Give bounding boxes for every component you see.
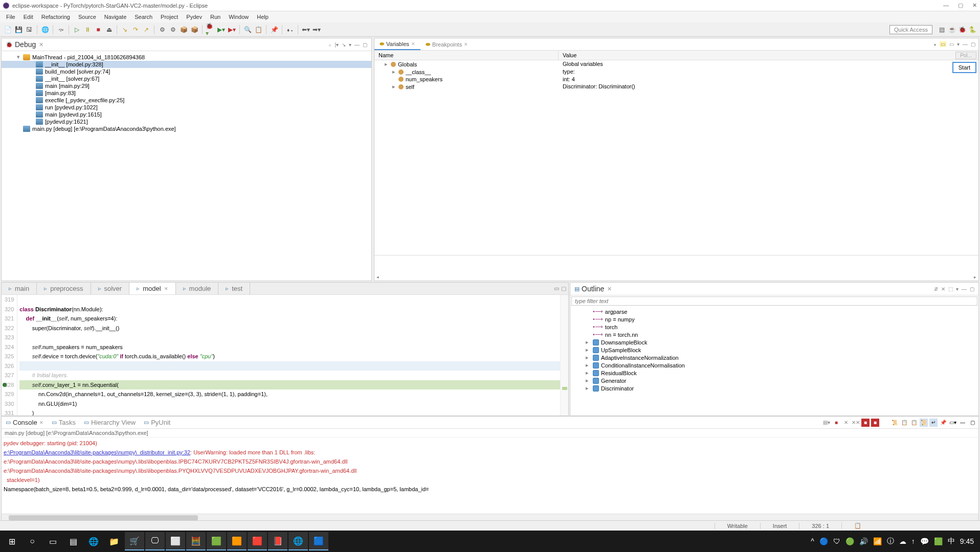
minimize-icon[interactable]: — [354, 42, 360, 48]
code-line[interactable]: class Discriminator(nn.Module): [19, 305, 560, 314]
menu-icon[interactable]: ▾ [957, 41, 960, 47]
tool-icon[interactable]: ✕ [941, 286, 945, 292]
overview-mark[interactable] [562, 387, 567, 390]
tool-icon[interactable]: 📋 [910, 419, 918, 427]
code-line[interactable]: def __init__(self, num_speakers=4): [19, 314, 560, 324]
tray-icon[interactable]: 中 [948, 537, 955, 546]
perspective-icon[interactable]: ▤ [937, 25, 946, 34]
tool-icon[interactable]: ↘ [342, 42, 346, 48]
console-tab-pyunit[interactable]: ▭PyUnit [140, 417, 174, 428]
taskbar-item[interactable]: 📁 [104, 532, 124, 550]
tool-icon[interactable]: ⬚ [948, 286, 953, 292]
maximize-icon[interactable]: ▢ [363, 42, 367, 48]
taskbar-item[interactable]: ⬜ [166, 532, 185, 550]
console-tab-hierarchy-view[interactable]: ▭Hierarchy View [80, 417, 140, 428]
globe-icon[interactable]: 🌐 [40, 25, 50, 34]
tray-icon[interactable]: ^ [811, 537, 814, 545]
debug-tree-item[interactable]: build_model [solver.py:74] [2, 68, 371, 75]
menu-source[interactable]: Source [74, 13, 100, 21]
taskbar-item[interactable]: 🌐 [84, 532, 103, 550]
start-button[interactable]: Start [952, 62, 976, 73]
resume-icon[interactable]: ▷ [72, 25, 81, 34]
debug-tree-item[interactable]: main [main.py:29] [2, 82, 371, 89]
tool-icon[interactable]: |▾ [335, 42, 339, 48]
maximize-button[interactable]: ▢ [958, 2, 963, 9]
tray-icon[interactable]: 🛡 [833, 537, 840, 545]
tool-icon[interactable]: ▤▾ [822, 419, 831, 427]
tray-icon[interactable]: ⓘ [887, 537, 894, 546]
menu-icon[interactable]: ▾ [349, 42, 351, 48]
menu-navigate[interactable]: Navigate [100, 13, 130, 21]
pin-icon[interactable]: 📌 [939, 419, 947, 427]
tab-breakpoints[interactable]: ⬬Breakpoints✕ [420, 38, 473, 50]
disconnect-icon[interactable]: ⏏ [104, 25, 114, 34]
tool-icon[interactable]: ⬧ [933, 41, 937, 47]
forward-icon[interactable]: ➡▾ [312, 25, 321, 34]
tab-variables[interactable]: ⬬Variables✕ [374, 38, 420, 50]
outline-item[interactable]: ▸AdaptiveInstanceNormalization [570, 354, 978, 361]
console-scrollbar[interactable] [2, 514, 978, 521]
scroll-lock-icon[interactable]: 📜 [920, 419, 928, 427]
tray-icon[interactable]: 📶 [873, 537, 882, 545]
tool-icon[interactable]: ⇵ [934, 286, 938, 292]
close-icon[interactable]: ✕ [607, 286, 612, 292]
menu-refactoring[interactable]: Refactoring [37, 13, 74, 21]
suspend-icon[interactable]: ⏸ [83, 25, 92, 34]
perspective-java-icon[interactable]: ☕ [947, 25, 956, 34]
debug-tree-item[interactable]: main [pydevd.py:1615] [2, 111, 371, 118]
remove-icon[interactable]: ✕ [842, 419, 850, 427]
taskbar-item[interactable]: 📕 [268, 532, 287, 550]
tray-icon[interactable]: ☁ [899, 537, 906, 545]
menu-pydev[interactable]: Pydev [182, 13, 206, 21]
variable-row[interactable]: ▸__class__type: [374, 68, 978, 76]
quick-access[interactable]: Quick Access [889, 25, 932, 34]
taskbar-item[interactable]: 🟧 [227, 532, 247, 550]
outline-item[interactable]: ▸UpSampleBlock [570, 346, 978, 354]
terminate-icon[interactable]: ■ [94, 25, 103, 34]
tool-icon[interactable]: 📋 [254, 25, 263, 34]
tool-icon[interactable]: 📦 [190, 25, 199, 34]
tool-icon[interactable]: ⬦ [328, 42, 331, 48]
tool-icon[interactable]: 📦 [179, 25, 188, 34]
taskbar-item[interactable]: 🌐 [288, 532, 308, 550]
pin-icon[interactable]: 📌 [270, 25, 279, 34]
debug-tree-item[interactable]: run [pydevd.py:1022] [2, 104, 371, 111]
maximize-icon[interactable]: ▢ [561, 285, 566, 292]
minimize-icon[interactable]: — [963, 41, 968, 47]
minimize-icon[interactable]: — [959, 419, 967, 427]
editor-tab-preprocess[interactable]: ▹preprocess [37, 283, 91, 294]
editor-tab-main[interactable]: ▹main [2, 283, 37, 294]
editor-tab-test[interactable]: ▹test [218, 283, 250, 294]
outline-item[interactable]: ▸Discriminator [570, 384, 978, 392]
menu-window[interactable]: Window [225, 13, 253, 21]
perspective-pydev-icon[interactable]: 🐍 [968, 25, 977, 34]
outline-item[interactable]: •⟶torch [570, 323, 978, 331]
debug-tree-item[interactable]: __init__ [model.py:328] [2, 61, 371, 68]
ext-tools-icon[interactable]: ▶▾ [227, 25, 236, 34]
close-icon[interactable]: ✕ [39, 41, 43, 48]
taskbar-item[interactable]: ▭ [43, 532, 62, 550]
column-value[interactable]: Value [559, 51, 978, 60]
taskbar-item[interactable]: 🛒 [125, 532, 144, 550]
code-line[interactable]: self.num_speakers = num_speakers [19, 342, 560, 352]
minimize-button[interactable]: — [943, 2, 949, 9]
tool-icon[interactable]: ⚙ [158, 25, 167, 34]
taskbar-item[interactable]: ▤ [63, 532, 83, 550]
tool-icon[interactable]: ▭ [940, 41, 946, 47]
tool-icon[interactable]: 📋 [900, 419, 908, 427]
terminate-icon[interactable]: ■ [832, 419, 840, 427]
debug-tree-item[interactable]: __init__ [solver.py:67] [2, 75, 371, 82]
tray-icon[interactable]: 🔊 [859, 537, 868, 545]
code-line[interactable]: nn.Conv2d(in_channels=1, out_channels=12… [19, 389, 560, 399]
menu-project[interactable]: Project [157, 13, 182, 21]
outline-item[interactable]: ▸ResidualBlock [570, 369, 978, 377]
menu-file[interactable]: File [2, 13, 19, 21]
editor-tab-model[interactable]: ▹model ✕ [129, 283, 175, 294]
menu-help[interactable]: Help [253, 13, 273, 21]
editor-tab-solver[interactable]: ▹solver [91, 283, 130, 294]
variable-row[interactable]: ▸GlobalsGlobal variables [374, 60, 978, 68]
tray-icon[interactable]: 🟢 [845, 537, 854, 545]
menu-icon[interactable]: ▾ [956, 286, 959, 292]
debug-tree-item[interactable]: main.py [debug] [e:\ProgramData\Anaconda… [2, 125, 371, 132]
column-name[interactable]: Name [374, 51, 559, 60]
